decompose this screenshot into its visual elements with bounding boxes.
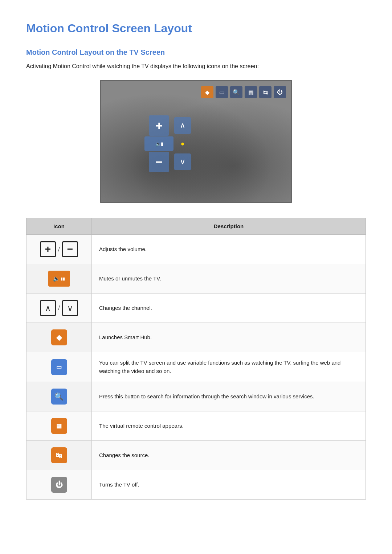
section-title: Motion Control Layout on the TV Screen <box>26 48 366 57</box>
ch-up-icon: ∧ <box>40 300 56 316</box>
mute-icon-cell: 🔈 ▮▮ <box>48 271 70 287</box>
tv-vol-minus: − <box>149 152 169 172</box>
icons-table: Icon Description + / − Adjusts the volum… <box>26 218 366 500</box>
table-row: 🔈 ▮▮ Mutes or unmutes the TV. <box>26 264 366 294</box>
table-row: ⏻ Turns the TV off. <box>26 470 366 500</box>
search-icon-cell: 🔍 <box>51 389 67 405</box>
tv-vol-plus: + <box>149 115 169 136</box>
smarthub-icon-cell: ◆ <box>51 329 67 345</box>
volume-icon-cell: + / − <box>34 241 84 257</box>
table-row: ↹ Changes the source. <box>26 441 366 470</box>
ch-down-icon: ∨ <box>62 300 78 316</box>
table-row: ▭ You can split the TV screen and use va… <box>26 352 366 382</box>
table-row: ◆ Launches Smart Hub. <box>26 323 366 352</box>
tv-illustration: ◆ ▭ 🔍 ▩ ↹ ⏻ + ∧ 🔈▮ ● − ∨ <box>26 80 366 203</box>
source-icon-cell: ↹ <box>51 447 67 463</box>
table-row: 🔍 Press this button to search for inform… <box>26 382 366 411</box>
page-title: Motion Control Screen Layout <box>26 22 366 35</box>
channel-icon-cell: ∧ / ∨ <box>34 300 84 316</box>
remote-icon-cell: ▩ <box>51 418 67 434</box>
table-row: + / − Adjusts the volume. <box>26 235 366 264</box>
tv-cursor: ● <box>181 140 185 148</box>
multiview-desc: You can split the TV screen and use vari… <box>92 352 366 382</box>
tv-source-btn: ↹ <box>259 86 271 98</box>
intro-text: Activating Motion Control while watching… <box>26 63 366 70</box>
tv-center-controls: + ∧ 🔈▮ ● − ∨ <box>146 116 215 171</box>
tv-multiview-btn: ▭ <box>216 86 228 98</box>
table-header-desc: Description <box>92 218 366 235</box>
volume-desc: Adjusts the volume. <box>92 235 366 264</box>
power-desc: Turns the TV off. <box>92 470 366 500</box>
tv-smarthub-btn: ◆ <box>201 86 213 98</box>
tv-search-btn: 🔍 <box>230 86 242 98</box>
power-icon-cell: ⏻ <box>51 477 67 493</box>
smarthub-desc: Launches Smart Hub. <box>92 323 366 352</box>
table-row: ∧ / ∨ Changes the channel. <box>26 294 366 323</box>
vol-minus-icon: − <box>62 241 78 257</box>
tv-ch-up: ∧ <box>174 117 191 134</box>
mute-desc: Mutes or unmutes the TV. <box>92 264 366 294</box>
tv-ch-down: ∨ <box>174 153 191 170</box>
table-header-icon: Icon <box>26 218 92 235</box>
search-desc: Press this button to search for informat… <box>92 382 366 411</box>
channel-desc: Changes the channel. <box>92 294 366 323</box>
tv-screen: ◆ ▭ 🔍 ▩ ↹ ⏻ + ∧ 🔈▮ ● − ∨ <box>100 80 292 203</box>
remote-desc: The virtual remote control appears. <box>92 411 366 441</box>
tv-mute: 🔈▮ <box>144 136 173 151</box>
tv-remote-btn: ▩ <box>245 86 257 98</box>
tv-power-btn: ⏻ <box>274 86 286 98</box>
table-row: ▩ The virtual remote control appears. <box>26 411 366 441</box>
tv-top-icons: ◆ ▭ 🔍 ▩ ↹ ⏻ <box>201 86 286 98</box>
multiview-icon-cell: ▭ <box>51 359 67 375</box>
vol-plus-icon: + <box>40 241 56 257</box>
source-desc: Changes the source. <box>92 441 366 470</box>
